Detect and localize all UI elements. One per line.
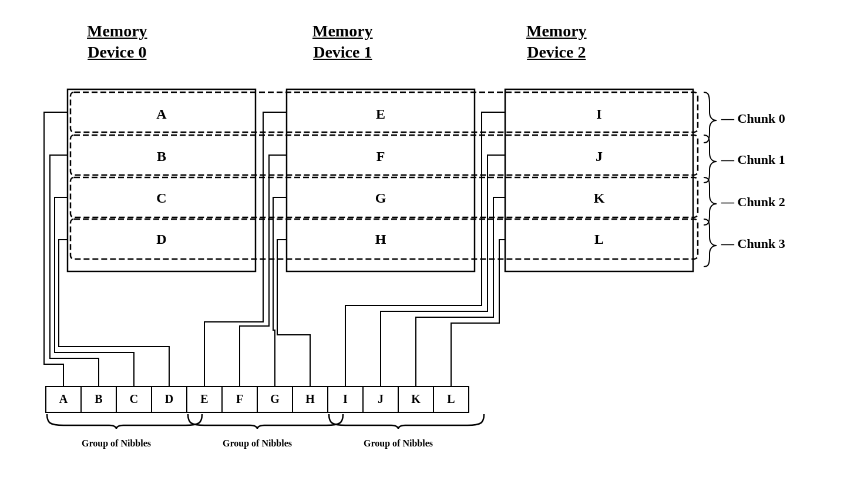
svg-text:B: B: [95, 392, 102, 405]
svg-text:A: A: [59, 392, 68, 405]
svg-rect-23: [46, 387, 469, 412]
svg-text:K: K: [411, 392, 421, 405]
svg-rect-0: [68, 89, 255, 271]
svg-text:J: J: [596, 149, 603, 164]
svg-text:H: H: [305, 392, 315, 405]
svg-text:L: L: [594, 231, 604, 247]
diagram-svg: A B C D E F G H I J K L — Chunk 0 — Chun…: [0, 0, 864, 504]
svg-text:D: D: [165, 392, 173, 405]
device0-title: Memory Device 0: [87, 21, 147, 63]
svg-text:I: I: [596, 106, 601, 122]
svg-text:G: G: [270, 392, 280, 405]
svg-text:K: K: [594, 190, 605, 206]
svg-text:A: A: [156, 106, 167, 122]
svg-text:D: D: [156, 231, 166, 247]
svg-rect-4: [70, 135, 698, 175]
svg-text:Group of Nibbles: Group of Nibbles: [223, 438, 292, 449]
svg-text:L: L: [447, 392, 455, 405]
svg-text:B: B: [157, 149, 166, 164]
device2-title: Memory Device 2: [526, 21, 587, 63]
page-container: Memory Device 0 Memory Device 1 Memory D…: [0, 0, 864, 504]
svg-text:F: F: [376, 149, 385, 164]
svg-text:— Chunk 3: — Chunk 3: [721, 236, 785, 251]
svg-text:E: E: [200, 392, 208, 405]
svg-text:— Chunk 0: — Chunk 0: [721, 111, 785, 126]
svg-rect-3: [70, 92, 698, 132]
svg-rect-6: [70, 219, 698, 259]
device1-title: Memory Device 1: [312, 21, 373, 63]
svg-text:C: C: [156, 190, 166, 206]
svg-text:C: C: [130, 392, 138, 405]
svg-text:F: F: [236, 392, 243, 405]
svg-text:— Chunk 2: — Chunk 2: [721, 194, 785, 209]
svg-text:Group of Nibbles: Group of Nibbles: [364, 438, 433, 449]
svg-text:H: H: [375, 231, 386, 247]
svg-text:J: J: [378, 392, 384, 405]
svg-text:Group of Nibbles: Group of Nibbles: [82, 438, 151, 449]
svg-rect-5: [70, 177, 698, 217]
svg-text:E: E: [376, 106, 385, 122]
svg-rect-1: [287, 89, 475, 271]
svg-text:G: G: [375, 190, 386, 206]
svg-text:— Chunk 1: — Chunk 1: [721, 152, 785, 167]
svg-rect-2: [505, 89, 693, 271]
svg-text:I: I: [343, 392, 348, 405]
